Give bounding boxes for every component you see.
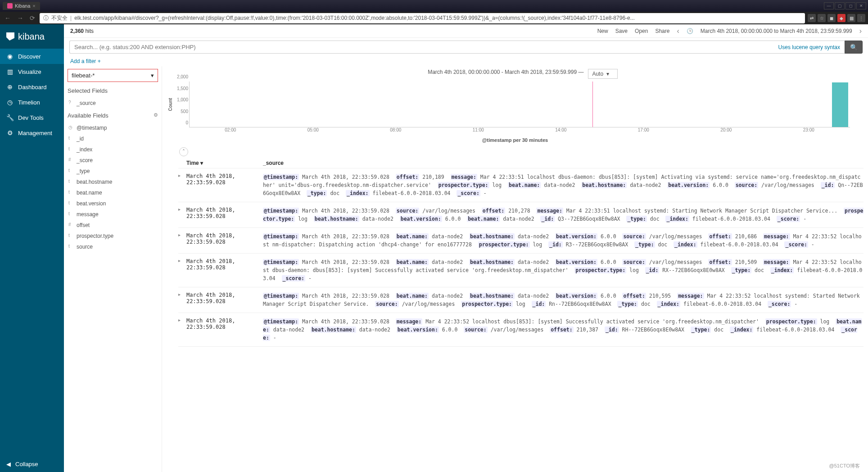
hits-count: 2,360 (70, 28, 84, 34)
add-filter-link[interactable]: Add a filter + (70, 58, 101, 64)
visualize-icon: ▥ (6, 68, 14, 75)
star-icon[interactable]: ☆ (818, 14, 826, 22)
column-time[interactable]: Time ▾ (186, 160, 263, 166)
x-tick: 05:00 (307, 127, 319, 132)
sidebar-item-label: Dev Tools (18, 114, 44, 121)
sidebar-item-visualize[interactable]: ▥Visualize (0, 64, 64, 79)
table-row: ▸March 4th 2018, 22:33:59.028@timestamp:… (178, 287, 863, 313)
field-message[interactable]: tmessage (68, 209, 158, 220)
gear-icon[interactable]: ⚙ (154, 112, 158, 119)
time-next-icon[interactable]: › (859, 27, 862, 35)
browser-chrome: Kibana × — ▢ ◻ ✕ ← → ⟳ ⓘ 不安全 | elk.test.… (0, 0, 868, 24)
source-cell: @timestamp: March 4th 2018, 22:33:59.028… (263, 232, 863, 249)
index-pattern-select[interactable]: filebeat-* ▾ (68, 69, 158, 82)
sidebar-item-dev tools[interactable]: 🔧Dev Tools (0, 110, 64, 125)
x-tick: 14:00 (555, 127, 566, 132)
field-type-icon: t (68, 136, 73, 142)
browser-tab[interactable]: Kibana × (3, 2, 40, 10)
time-cell: March 4th 2018, 22:33:59.028 (186, 258, 263, 282)
field-_index[interactable]: t_index (68, 144, 158, 155)
search-button[interactable]: 🔍 (845, 41, 863, 54)
expand-row-icon[interactable]: ▸ (178, 318, 186, 342)
lucene-hint[interactable]: Uses lucene query syntax (774, 41, 845, 54)
interval-select[interactable]: Auto ▾ (588, 69, 617, 79)
sidebar: kibana ◉Discover▥Visualize⊕Dashboard◷Tim… (0, 24, 64, 472)
field-_type[interactable]: t_type (68, 166, 158, 177)
ext1-icon[interactable]: ◼ (827, 14, 836, 22)
brand[interactable]: kibana (0, 24, 64, 49)
top-link-save[interactable]: Save (615, 28, 628, 34)
scroll-top-button[interactable]: ˄ (179, 147, 188, 156)
translate-icon[interactable]: ⇄ (808, 14, 816, 22)
sidebar-item-management[interactable]: ⚙Management (0, 125, 64, 141)
field-type-icon: # (68, 157, 73, 163)
management-icon: ⚙ (6, 129, 14, 136)
table-row: ▸March 4th 2018, 22:33:59.028@timestamp:… (178, 313, 863, 347)
ext3-icon[interactable]: ▦ (847, 14, 855, 22)
address-bar[interactable]: ⓘ 不安全 | elk.test.com/app/kibana#/discove… (40, 13, 805, 23)
reload-icon[interactable]: ⟳ (28, 14, 37, 22)
time-range[interactable]: March 4th 2018, 00:00:00.000 to March 4t… (701, 28, 852, 34)
kibana-favicon-icon (7, 3, 13, 9)
sidebar-item-timelion[interactable]: ◷Timelion (0, 95, 64, 110)
x-tick: 23:00 (803, 127, 814, 132)
source-cell: @timestamp: March 4th 2018, 22:33:59.028… (263, 207, 863, 223)
expand-row-icon[interactable]: ▸ (178, 173, 186, 197)
field-prospector.type[interactable]: tprospector.type (68, 231, 158, 241)
minimize-icon[interactable]: — (824, 2, 834, 9)
ext2-icon[interactable]: ◆ (837, 14, 845, 22)
watermark: @51CTO博客 (829, 463, 860, 469)
window-controls: — ▢ ◻ ✕ (824, 2, 868, 9)
kibana-logo-icon (6, 32, 14, 41)
top-link-share[interactable]: Share (655, 28, 669, 34)
histogram-chart[interactable]: Count 05001,0001,5002,000 02:0005:0008:0… (189, 82, 850, 136)
fields-panel: filebeat-* ▾ Selected Fields ?_source Av… (64, 66, 162, 472)
field-type-icon: ? (68, 100, 73, 106)
field-_source[interactable]: ?_source (68, 98, 158, 109)
clock-icon: 🕒 (687, 28, 693, 34)
column-source[interactable]: _source (263, 160, 863, 166)
collapse-icon: ◀ (6, 461, 11, 467)
forward-icon[interactable]: → (15, 14, 25, 22)
tab-title: Kibana (15, 3, 30, 9)
field-_id[interactable]: t_id (68, 133, 158, 144)
back-icon[interactable]: ← (3, 14, 13, 22)
expand-row-icon[interactable]: ▸ (178, 232, 186, 249)
collapse-button[interactable]: ◀ Collapse (0, 456, 64, 472)
field-type-icon: # (68, 222, 73, 228)
time-prev-icon[interactable]: ‹ (677, 27, 679, 35)
maximize-icon[interactable]: ◻ (845, 2, 855, 9)
expand-row-icon[interactable]: ▸ (178, 292, 186, 308)
available-fields-label: Available Fields ⚙ (68, 112, 158, 119)
search-icon: 🔍 (850, 44, 858, 51)
field-type-icon: ◷ (68, 125, 73, 131)
source-cell: @timestamp: March 4th 2018, 22:33:59.028… (263, 173, 863, 197)
x-tick: 20:00 (720, 127, 732, 132)
field-type-icon: t (68, 146, 73, 153)
security-label: 不安全 (51, 14, 68, 22)
restore-icon[interactable]: ▢ (835, 2, 845, 9)
expand-row-icon[interactable]: ▸ (178, 207, 186, 223)
sidebar-item-discover[interactable]: ◉Discover (0, 49, 64, 64)
y-tick: 500 (181, 109, 188, 113)
field-source[interactable]: tsource (68, 241, 158, 252)
sidebar-item-dashboard[interactable]: ⊕Dashboard (0, 79, 64, 95)
y-tick: 1,000 (177, 97, 188, 102)
field-beat.hostname[interactable]: tbeat.hostname (68, 177, 158, 187)
field-@timestamp[interactable]: ◷@timestamp (68, 123, 158, 133)
top-link-new[interactable]: New (597, 28, 608, 34)
y-tick: 2,000 (177, 74, 188, 79)
field-offset[interactable]: #offset (68, 220, 158, 231)
field-_score[interactable]: #_score (68, 155, 158, 166)
histogram-bar[interactable] (832, 82, 848, 127)
expand-row-icon[interactable]: ▸ (178, 258, 186, 282)
source-cell: @timestamp: March 4th 2018, 22:33:59.028… (263, 292, 863, 308)
close-icon[interactable]: × (32, 3, 35, 9)
field-beat.version[interactable]: tbeat.version (68, 198, 158, 209)
insecure-icon: ⓘ (43, 14, 49, 22)
menu-icon[interactable]: ⋮ (857, 14, 865, 22)
close-window-icon[interactable]: ✕ (856, 2, 866, 9)
top-link-open[interactable]: Open (635, 28, 648, 34)
search-input[interactable] (69, 41, 774, 54)
field-beat.name[interactable]: tbeat.name (68, 187, 158, 198)
